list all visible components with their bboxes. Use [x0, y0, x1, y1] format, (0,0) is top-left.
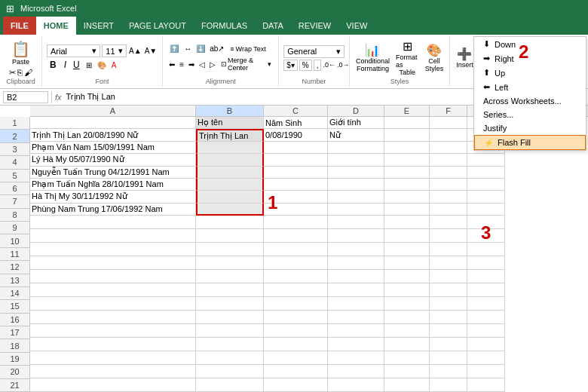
- row-header-6[interactable]: 6: [0, 182, 29, 195]
- cell-c13[interactable]: [264, 270, 328, 283]
- cell-b14[interactable]: [196, 283, 264, 297]
- cell-d10[interactable]: [328, 229, 384, 243]
- cell-e5[interactable]: [384, 167, 430, 179]
- cell-g14[interactable]: [467, 283, 505, 297]
- increase-indent-button[interactable]: ▷: [208, 60, 217, 69]
- font-name-select[interactable]: Arial▾: [47, 44, 100, 57]
- cell-e17[interactable]: [384, 324, 430, 338]
- flash-fill-item[interactable]: ⚡Flash Fill: [474, 135, 586, 150]
- row-header-13[interactable]: 13: [0, 274, 29, 287]
- cell-d1[interactable]: Giới tính: [328, 117, 384, 129]
- tab-view[interactable]: VIEW: [338, 17, 375, 35]
- insert-button[interactable]: ➕ Insert: [455, 45, 475, 70]
- cell-c21[interactable]: [264, 378, 328, 392]
- merge-center-button[interactable]: ⊡Merge & Center▾: [219, 56, 274, 72]
- cell-a20[interactable]: [30, 365, 196, 378]
- cell-e3[interactable]: [384, 142, 430, 154]
- increase-font-size-button[interactable]: A▲: [128, 46, 142, 56]
- cell-f5[interactable]: [430, 167, 467, 179]
- increase-decimal-button[interactable]: .0→: [337, 61, 350, 69]
- cell-a21[interactable]: [30, 378, 196, 392]
- cell-d16[interactable]: [328, 311, 384, 324]
- bold-button[interactable]: B: [47, 59, 60, 71]
- cell-g9[interactable]: [467, 216, 505, 229]
- cell-a4[interactable]: Lý Hà My 05/07/1990 Nữ: [30, 154, 196, 166]
- cell-g17[interactable]: [467, 324, 505, 338]
- justify-item[interactable]: Justify: [474, 121, 586, 135]
- cell-a10[interactable]: [30, 229, 196, 243]
- cell-e11[interactable]: [384, 243, 430, 256]
- row-header-5[interactable]: 5: [0, 170, 29, 182]
- cell-g6[interactable]: [467, 179, 505, 191]
- cell-e12[interactable]: [384, 256, 430, 270]
- cell-g12[interactable]: [467, 256, 505, 270]
- col-header-f[interactable]: F: [430, 106, 467, 116]
- cell-f7[interactable]: [430, 191, 467, 203]
- row-header-15[interactable]: 15: [0, 300, 29, 313]
- cell-e21[interactable]: [384, 378, 430, 392]
- cell-c6[interactable]: [264, 179, 328, 191]
- cell-g18[interactable]: [467, 338, 505, 351]
- cell-e15[interactable]: [384, 297, 430, 311]
- cell-g15[interactable]: [467, 297, 505, 311]
- cell-f14[interactable]: [430, 283, 467, 297]
- cell-b17[interactable]: [196, 324, 264, 338]
- wrap-text-button[interactable]: ≡Wrap Text: [227, 44, 268, 54]
- cell-styles-button[interactable]: 🎨 Cell Styles: [424, 41, 446, 74]
- cell-e7[interactable]: [384, 191, 430, 203]
- cell-c5[interactable]: [264, 167, 328, 179]
- cell-c14[interactable]: [264, 283, 328, 297]
- row-header-12[interactable]: 12: [0, 261, 29, 274]
- cell-b12[interactable]: [196, 256, 264, 270]
- decrease-font-size-button[interactable]: A▼: [144, 46, 158, 56]
- copy-button[interactable]: ⎘: [17, 68, 23, 78]
- cell-f10[interactable]: [430, 229, 467, 243]
- cell-g8[interactable]: [467, 204, 505, 216]
- cell-b20[interactable]: [196, 365, 264, 378]
- cell-g20[interactable]: [467, 365, 505, 378]
- cell-f6[interactable]: [430, 179, 467, 191]
- number-format-select[interactable]: General▾: [283, 45, 345, 58]
- conditional-formatting-button[interactable]: 📊 Conditional Formatting: [354, 41, 391, 74]
- tab-file[interactable]: FILE: [3, 17, 36, 35]
- row-header-14[interactable]: 14: [0, 287, 29, 300]
- cell-a7[interactable]: Hà Thị My 30/11/1992 Nữ: [30, 191, 196, 203]
- row-header-11[interactable]: 11: [0, 248, 29, 261]
- font-size-select[interactable]: 11▾: [102, 44, 127, 57]
- cell-c9[interactable]: [264, 216, 328, 229]
- col-header-b[interactable]: B: [196, 106, 264, 116]
- cell-a16[interactable]: [30, 311, 196, 324]
- cell-c17[interactable]: [264, 324, 328, 338]
- cell-d20[interactable]: [328, 365, 384, 378]
- row-header-20[interactable]: 20: [0, 366, 29, 378]
- cell-a17[interactable]: [30, 324, 196, 338]
- cell-f11[interactable]: [430, 243, 467, 256]
- series-item[interactable]: Series...: [474, 108, 586, 121]
- cell-d15[interactable]: [328, 297, 384, 311]
- cell-g5[interactable]: [467, 167, 505, 179]
- cell-b7[interactable]: [196, 191, 264, 203]
- font-color-button[interactable]: A: [110, 61, 118, 69]
- decrease-decimal-button[interactable]: .0←: [323, 61, 335, 69]
- cell-d21[interactable]: [328, 378, 384, 392]
- row-header-3[interactable]: 3: [0, 143, 29, 156]
- cell-e16[interactable]: [384, 311, 430, 324]
- cell-g4[interactable]: [467, 154, 505, 166]
- cell-b4[interactable]: [196, 154, 264, 166]
- cell-c18[interactable]: [264, 338, 328, 351]
- fill-down-item[interactable]: ⬇Down: [474, 37, 586, 51]
- italic-button[interactable]: I: [62, 60, 69, 70]
- cell-f3[interactable]: [430, 142, 467, 154]
- cell-g10[interactable]: [467, 229, 505, 243]
- cell-d8[interactable]: [328, 204, 384, 216]
- cell-f18[interactable]: [430, 338, 467, 351]
- cell-b3[interactable]: [196, 142, 264, 154]
- tab-insert[interactable]: INSERT: [76, 17, 121, 35]
- row-header-9[interactable]: 9: [0, 222, 29, 234]
- cell-f8[interactable]: [430, 204, 467, 216]
- cell-b10[interactable]: [196, 229, 264, 243]
- cell-f17[interactable]: [430, 324, 467, 338]
- cell-f1[interactable]: [430, 117, 467, 129]
- align-bottom-button[interactable]: ⬇️: [194, 44, 207, 54]
- align-right-button[interactable]: ➡: [187, 60, 196, 69]
